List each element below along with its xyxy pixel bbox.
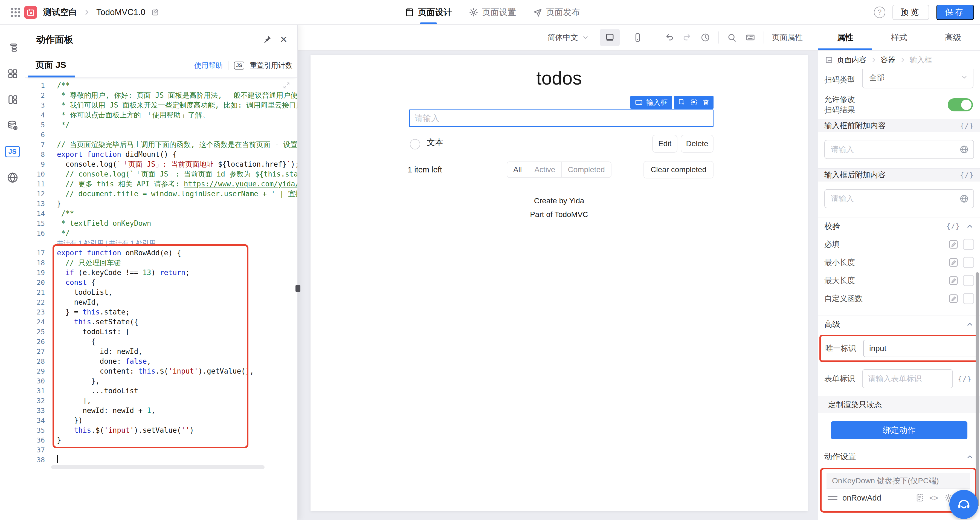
validation-section-header[interactable]: 校验 {/} xyxy=(818,218,980,234)
tab-advanced[interactable]: 高级 xyxy=(926,25,980,50)
action-log-icon[interactable] xyxy=(915,493,924,502)
pin-icon[interactable] xyxy=(262,35,272,44)
panel-resize-handle[interactable] xyxy=(296,285,301,292)
chevron-up-icon[interactable] xyxy=(966,320,974,329)
tab-properties[interactable]: 属性 xyxy=(818,25,872,50)
save-button[interactable]: 保存 xyxy=(936,5,974,20)
form-id-input[interactable] xyxy=(862,369,953,388)
page-properties-button[interactable]: 页面属性 xyxy=(772,32,803,43)
sidebar-item-outline[interactable] xyxy=(0,35,25,61)
selected-component-chip[interactable]: 输入框 xyxy=(630,96,672,109)
sidebar-item-page-js[interactable]: JS xyxy=(0,139,25,164)
history-icon[interactable] xyxy=(700,33,710,42)
max-length-label: 最大长度 xyxy=(824,275,855,286)
close-icon[interactable]: ✕ xyxy=(280,35,288,44)
action-panel-header: 动作面板 ✕ xyxy=(25,25,298,46)
breadcrumb-container[interactable]: 容器 xyxy=(881,55,896,65)
action-panel-title: 动作面板 xyxy=(36,33,286,46)
scan-type-select[interactable]: 全部 xyxy=(862,69,974,88)
action-row[interactable]: onRowAdd <> xyxy=(827,488,970,507)
chevron-up-icon[interactable] xyxy=(966,222,974,230)
prepend-content-input[interactable] xyxy=(824,140,974,159)
main-area: JS 动作面板 ✕ 页面 JS 使用帮助 xyxy=(0,25,980,520)
drag-handle-icon[interactable] xyxy=(827,496,837,497)
edit-code-icon[interactable]: <> xyxy=(929,494,939,502)
unique-id-input[interactable] xyxy=(863,340,978,357)
tab-page-js[interactable]: 页面 JS xyxy=(35,59,66,71)
todo-footer-row: 1 item left All Active Completed Clear c… xyxy=(408,161,714,179)
custom-function-label: 自定义函数 xyxy=(824,293,862,304)
edit-rule-icon[interactable] xyxy=(948,257,959,268)
help-icon[interactable]: ? xyxy=(874,6,885,18)
scan-type-value: 全部 xyxy=(869,73,885,83)
trash-icon[interactable] xyxy=(702,99,710,106)
expression-icon[interactable]: {/} xyxy=(958,375,972,383)
rename-page-icon[interactable] xyxy=(151,8,159,16)
sidebar-item-layout[interactable] xyxy=(0,86,25,112)
rule-checkbox[interactable] xyxy=(963,293,974,304)
edit-button[interactable]: Edit xyxy=(652,135,678,153)
edit-rule-icon[interactable] xyxy=(948,293,959,304)
chevron-up-icon[interactable] xyxy=(966,453,974,461)
app-logo-icon[interactable] xyxy=(24,6,37,19)
rule-checkbox[interactable] xyxy=(963,275,974,286)
edit-rule-icon[interactable] xyxy=(948,239,959,250)
duplicate-icon[interactable] xyxy=(678,99,686,106)
design-canvas: todos 输入框 xyxy=(298,51,818,520)
redo-icon[interactable] xyxy=(682,33,692,42)
panel-scrollbar[interactable] xyxy=(975,272,979,506)
readonly-render-section[interactable]: 定制渲染只读态 xyxy=(818,396,980,413)
sidebar-item-components[interactable] xyxy=(0,61,25,86)
keyboard-shortcuts-icon[interactable] xyxy=(745,32,756,43)
tab-page-design[interactable]: 页面设计 xyxy=(405,0,452,24)
support-chat-button[interactable] xyxy=(949,490,978,519)
filter-completed[interactable]: Completed xyxy=(561,162,611,177)
reset-reference-count-link[interactable]: 重置引用计数 xyxy=(250,61,293,70)
sidebar-item-i18n[interactable] xyxy=(0,164,25,190)
workspace-name[interactable]: 测试空白 xyxy=(43,6,77,18)
preview-button[interactable]: 预览 xyxy=(892,5,929,20)
expression-icon[interactable]: {/} xyxy=(947,222,960,230)
editor-horizontal-scrollbar[interactable] xyxy=(51,465,264,469)
rule-checkbox[interactable] xyxy=(963,239,974,250)
tab-style[interactable]: 样式 xyxy=(872,25,926,50)
bind-action-button[interactable]: 绑定动作 xyxy=(831,421,967,439)
page-canvas-card[interactable]: todos 输入框 xyxy=(310,55,808,511)
expression-icon[interactable]: {/} xyxy=(960,122,974,130)
i18n-globe-icon[interactable] xyxy=(959,194,969,204)
usage-help-link[interactable]: 使用帮助 xyxy=(194,61,223,70)
language-value: 简体中文 xyxy=(547,32,578,43)
left-rail: JS xyxy=(0,25,25,520)
action-settings-header[interactable]: 动作设置 xyxy=(818,448,980,465)
mobile-view-button[interactable] xyxy=(628,29,648,46)
expression-icon[interactable]: {/} xyxy=(960,171,974,179)
append-content-input[interactable] xyxy=(824,189,974,208)
sidebar-item-data-source[interactable] xyxy=(0,112,25,139)
search-icon[interactable] xyxy=(727,33,737,42)
advanced-section-header[interactable]: 高级 xyxy=(818,316,980,333)
filter-all[interactable]: All xyxy=(507,162,528,177)
edit-rule-icon[interactable] xyxy=(948,275,959,286)
app-launcher-icon[interactable] xyxy=(11,8,13,10)
clear-completed-button[interactable]: Clear completed xyxy=(643,161,714,179)
tab-page-publish[interactable]: 页面发布 xyxy=(533,0,580,24)
code-editor[interactable]: 1/**2 * 尊敬的用户, 你好: 页面 JS 面板是高阶用法, 一般不建议普… xyxy=(25,78,298,520)
undo-icon[interactable] xyxy=(664,33,674,42)
delete-button[interactable]: Delete xyxy=(681,135,714,153)
breadcrumb-page-content[interactable]: 页面内容 xyxy=(837,55,867,65)
language-select[interactable]: 简体中文 xyxy=(547,32,589,43)
rule-checkbox[interactable] xyxy=(963,257,974,268)
expand-editor-icon[interactable] xyxy=(283,81,290,89)
action-panel: 动作面板 ✕ 页面 JS 使用帮助 JS 重置引用计数 xyxy=(25,25,298,520)
i18n-globe-icon[interactable] xyxy=(959,145,969,154)
validation-row-custom-function: 自定义函数 xyxy=(824,290,974,307)
tab-page-settings[interactable]: 页面设置 xyxy=(469,0,516,24)
copy-style-icon[interactable] xyxy=(690,99,698,106)
allow-modify-toggle[interactable] xyxy=(948,98,973,112)
desktop-view-button[interactable] xyxy=(600,29,620,46)
filter-active[interactable]: Active xyxy=(528,162,561,177)
chevron-down-icon xyxy=(961,73,968,81)
layout-icon xyxy=(7,94,18,105)
todo-done-radio[interactable] xyxy=(410,139,420,150)
todo-input[interactable] xyxy=(409,110,714,127)
